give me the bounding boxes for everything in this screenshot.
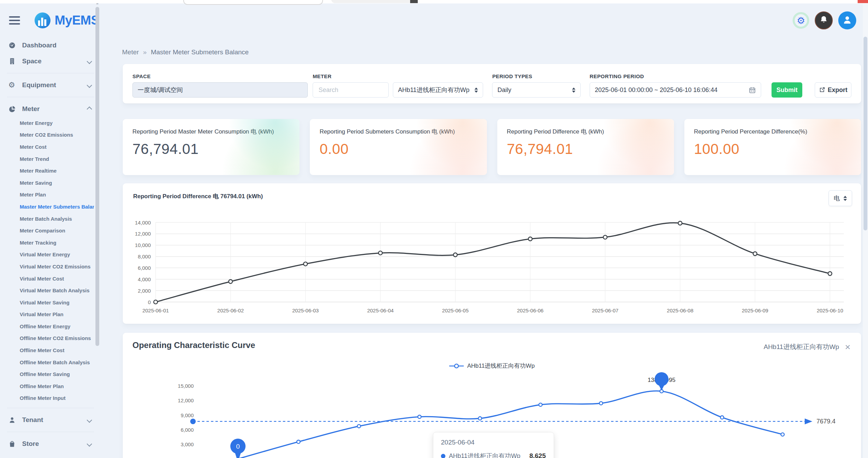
- sidebar-item-store[interactable]: Store: [0, 436, 101, 452]
- svg-text:2025-06-01: 2025-06-01: [142, 308, 169, 313]
- chart1-title: Reporting Period Difference 电 76794.01 (…: [133, 192, 263, 200]
- sidebar-item-tenant[interactable]: Tenant: [0, 412, 101, 428]
- sidebar-subitem-meter-saving[interactable]: Meter Saving: [0, 177, 94, 189]
- sidebar-subitem-offline-meter-batch-analysis[interactable]: Offline Meter Batch Analysis: [0, 356, 94, 368]
- select-arrows-icon: [569, 88, 575, 93]
- svg-text:6,000: 6,000: [181, 427, 194, 433]
- reporting-period-input[interactable]: 2025-06-01 00:00:00 ~ 2025-06-10 16:06:4…: [590, 82, 761, 98]
- breadcrumb-separator: »: [143, 48, 147, 56]
- sidebar-item-label: Equipment: [22, 81, 56, 89]
- sidebar-subitem-offline-meter-energy[interactable]: Offline Meter Energy: [0, 320, 94, 332]
- reporting-difference-chart-card: Reporting Period Difference 电 76794.01 (…: [123, 183, 861, 324]
- kpi-card-title: Reporting Period Master Meter Consumptio…: [132, 128, 278, 136]
- kpi-card-value: 76,794.01: [132, 141, 290, 157]
- sidebar-subitem-virtual-meter-energy[interactable]: Virtual Meter Energy: [0, 249, 94, 261]
- meter-search-box: [313, 82, 389, 98]
- svg-text:2025-06-08: 2025-06-08: [667, 308, 693, 313]
- meter-search-input[interactable]: [318, 86, 384, 94]
- kpi-card-row: Reporting Period Master Meter Consumptio…: [123, 119, 861, 175]
- export-button[interactable]: Export: [815, 82, 851, 98]
- browser-tab-remnant: [183, 0, 323, 5]
- chart2-legend[interactable]: AHb11进线柜正向有功Wp: [123, 362, 861, 370]
- notifications-button[interactable]: [815, 11, 833, 29]
- sidebar-subitem-meter-batch-analysis[interactable]: Meter Batch Analysis: [0, 213, 94, 225]
- myems-app-window: MyEMS ⚙ DashboardSpace⚙EquipmentMeterMet…: [0, 0, 868, 458]
- svg-text:2,000: 2,000: [138, 288, 151, 294]
- sidebar-subitem-meter-comparison[interactable]: Meter Comparison: [0, 225, 94, 237]
- sidebar-subitem-meter-cost[interactable]: Meter Cost: [0, 141, 94, 153]
- sidebar-subitem-offline-meter-input[interactable]: Offline Meter Input: [0, 392, 94, 404]
- selected-meter-tag: AHb11进线柜正向有功Wp ✕: [764, 342, 851, 351]
- sidebar-subitem-virtual-meter-saving[interactable]: Virtual Meter Saving: [0, 296, 94, 309]
- browser-ui-remnant-red: [858, 0, 868, 3]
- chevron-down-icon: [87, 441, 92, 447]
- dashboard-icon: [8, 41, 17, 49]
- sidebar-subitem-meter-energy[interactable]: Meter Energy: [0, 117, 94, 129]
- calendar-icon[interactable]: [749, 86, 756, 94]
- hamburger-menu-icon[interactable]: [9, 16, 22, 25]
- sidebar-subitem-virtual-meter-cost[interactable]: Virtual Meter Cost: [0, 273, 94, 285]
- settings-button[interactable]: ⚙: [793, 12, 809, 29]
- sidebar-subitem-master-meter-submeters-balance[interactable]: Master Meter Submeters Balance: [0, 201, 94, 213]
- close-icon[interactable]: ✕: [844, 344, 851, 351]
- svg-text:2025-06-07: 2025-06-07: [592, 308, 619, 313]
- myems-logo-icon: [35, 12, 50, 28]
- sidebar-item-meter[interactable]: Meter: [0, 101, 101, 117]
- chart-tooltip: 2025-06-04 AHb11进线柜正向有功Wp 8,625: [433, 432, 554, 458]
- page-scrollbar[interactable]: [863, 3, 868, 458]
- person-icon: [8, 416, 17, 424]
- brand-logo[interactable]: MyEMS: [35, 12, 99, 28]
- sidebar-item-label: Dashboard: [22, 42, 56, 49]
- sidebar-subitem-virtual-meter-batch-analysis[interactable]: Virtual Meter Batch Analysis: [0, 284, 94, 296]
- period-types-select[interactable]: Daily: [492, 82, 581, 98]
- sidebar-subitem-meter-plan[interactable]: Meter Plan: [0, 189, 94, 201]
- sidebar-divider: [7, 432, 94, 432]
- sidebar-subitem-offline-meter-co2-emissions[interactable]: Offline Meter CO2 Emissions: [0, 332, 94, 345]
- svg-text:15,000: 15,000: [178, 383, 194, 389]
- sidebar-subitem-meter-realtime[interactable]: Meter Realtime: [0, 165, 94, 177]
- select-arrows-icon: [840, 196, 847, 201]
- sidebar-item-label: Tenant: [22, 416, 43, 424]
- chevron-down-icon: [87, 417, 92, 423]
- svg-text:9,000: 9,000: [181, 412, 194, 418]
- kpi-card-title: Reporting Period Difference 电 (kWh): [507, 128, 652, 136]
- kpi-card: Reporting Period Master Meter Consumptio…: [123, 119, 299, 175]
- legend-label: AHb11进线柜正向有功Wp: [467, 362, 535, 370]
- sidebar-subitem-meter-tracking[interactable]: Meter Tracking: [0, 237, 94, 249]
- user-menu-button[interactable]: [838, 11, 856, 29]
- svg-text:2025-06-06: 2025-06-06: [517, 308, 544, 313]
- sidebar-subitem-offline-meter-plan[interactable]: Offline Meter Plan: [0, 380, 94, 392]
- sidebar-subitem-virtual-meter-plan[interactable]: Virtual Meter Plan: [0, 309, 94, 321]
- sidebar-subitem-meter-co2-emissions[interactable]: Meter CO2 Emissions: [0, 129, 94, 141]
- sidebar-subitem-meter-trend[interactable]: Meter Trend: [0, 153, 94, 165]
- meter-select[interactable]: AHb11进线柜正向有功Wp: [393, 82, 483, 98]
- sidebar-divider: [7, 73, 94, 73]
- svg-text:8,000: 8,000: [138, 254, 151, 259]
- tooltip-series-dot-icon: [441, 454, 445, 458]
- sidebar-scrollbar[interactable]: [95, 7, 99, 346]
- svg-text:2025-06-04: 2025-06-04: [367, 308, 394, 313]
- kpi-card: Reporting Period Submeters Consumption 电…: [310, 119, 487, 175]
- breadcrumb-meter[interactable]: Meter: [122, 48, 139, 56]
- sidebar-divider: [7, 97, 94, 97]
- kpi-card-value: 100.00: [694, 141, 851, 157]
- svg-text:3,000: 3,000: [181, 441, 194, 447]
- sidebar-item-space[interactable]: Space: [0, 53, 101, 69]
- gear-icon: ⚙: [8, 81, 17, 89]
- period-types-value: Daily: [497, 86, 511, 94]
- space-input[interactable]: 一度城/调试空间: [132, 82, 308, 98]
- sidebar-item-equipment[interactable]: ⚙Equipment: [0, 77, 101, 93]
- bag-icon: [8, 440, 17, 448]
- reporting-difference-chart[interactable]: 02,0004,0006,0008,00010,00012,00014,0002…: [133, 207, 851, 321]
- submit-button[interactable]: Submit: [772, 82, 802, 98]
- sidebar-subitem-virtual-meter-co2-emissions[interactable]: Virtual Meter CO2 Emissions: [0, 260, 94, 273]
- page-scrollbar-thumb[interactable]: [864, 37, 867, 230]
- energy-unit-select[interactable]: 电: [829, 190, 852, 206]
- kpi-card-title: Reporting Period Percentage Difference(%…: [694, 128, 839, 136]
- sidebar-subitem-offline-meter-cost[interactable]: Offline Meter Cost: [0, 344, 94, 356]
- sidebar-item-dashboard[interactable]: Dashboard: [0, 37, 101, 53]
- svg-text:0: 0: [148, 299, 151, 305]
- sidebar-subitem-offline-meter-saving[interactable]: Offline Meter Saving: [0, 368, 94, 380]
- building-icon: [8, 57, 17, 65]
- svg-text:7679.4: 7679.4: [816, 418, 835, 425]
